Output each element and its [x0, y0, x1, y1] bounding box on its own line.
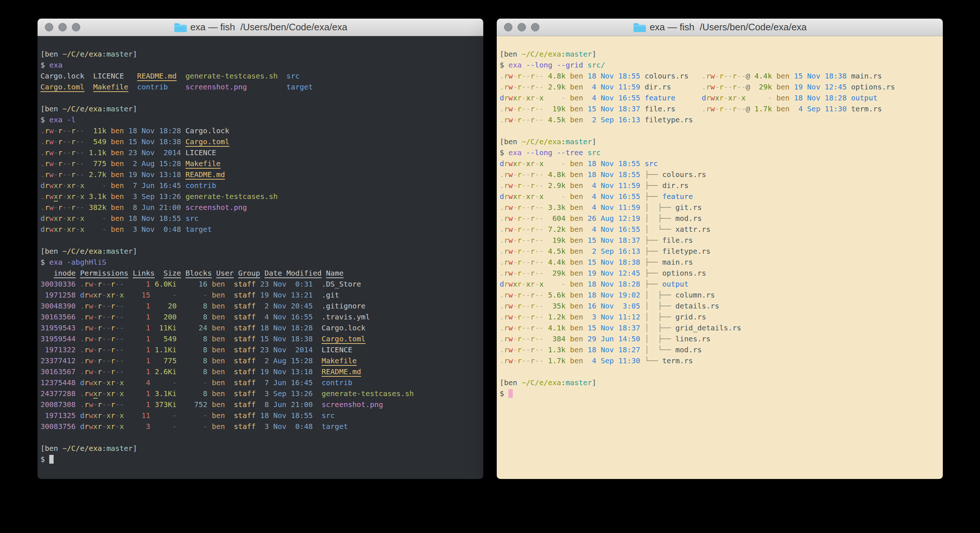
terminal-line: inode Permissions Links Size Blocks User… [40, 268, 483, 279]
terminal-line [40, 432, 483, 443]
terminal-line: [ben ~/C/e/exa:master] [500, 136, 943, 147]
terminal-line: .rw-r--r-- 2.7k ben 19 Nov 13:18 README.… [40, 169, 483, 180]
terminal-line [40, 235, 483, 246]
terminal-line: .rw-r--r-- 29k ben 19 Nov 12:45 ├── opti… [500, 268, 943, 279]
terminal-line: .rw-r--r-- 604 ben 26 Aug 12:19 │ ├── mo… [500, 213, 943, 224]
terminal-line: .rw-r--r-- 549 ben 15 Nov 18:38 Cargo.to… [40, 136, 483, 147]
window-title-text: exa — fish /Users/ben/Code/exa/exa [190, 22, 348, 33]
terminal-line: drwxr-xr-x - ben 18 Nov 18:55 src [500, 158, 943, 169]
terminal-line: 24377288 .rwxr-xr-x 1 3.1Ki 8 ben staff … [40, 388, 483, 399]
terminal-line: 23377412 .rw-r--r-- 1 775 8 ben staff 2 … [40, 355, 483, 366]
window-controls [45, 19, 80, 36]
terminal-line: $ exa -abghHliS [40, 257, 483, 268]
terminal-line: .rw-r--r-- 19k ben 15 Nov 18:37 file.rs … [500, 103, 943, 114]
terminal-line [500, 366, 943, 377]
zoom-button[interactable] [72, 23, 80, 31]
terminal-line: 31959544 .rw-r--r-- 1 549 8 ben staff 15… [40, 333, 483, 344]
terminal-line [500, 125, 943, 136]
terminal-line: .rw-r--r-- 19k ben 15 Nov 18:37 ├── file… [500, 235, 943, 246]
terminal-line: $ exa -l [40, 114, 483, 125]
terminal-line: .rw-r--r-- 4.1k ben 15 Nov 18:37 │ ├── g… [500, 322, 943, 333]
terminal-line: .rw-r--r-- 2.9k ben 4 Nov 11:59 ├── dir.… [500, 180, 943, 191]
terminal-window-right: exa — fish /Users/ben/Code/exa/exa [ben … [497, 19, 943, 479]
terminal-line: drwxr-xr-x - ben 4 Nov 16:55 ├── feature [500, 191, 943, 202]
terminal-line: 30030336 .rw-r--r-- 1 6.0Ki 16 ben staff… [40, 279, 483, 289]
terminal-line: .rw-r--r-- 4.8k ben 18 Nov 18:55 colours… [500, 70, 943, 81]
terminal-line: .rw-r--r-- 35k ben 16 Nov 3:05 │ ├── det… [500, 300, 943, 311]
terminal-line: $ [500, 388, 943, 399]
terminal-line: [ben ~/C/e/exa:master] [500, 377, 943, 388]
terminal-line: drwxr-xr-x - ben 3 Nov 0:48 target [40, 224, 483, 235]
terminal-line: .rw-r--r-- 7.2k ben 4 Nov 16:55 │ └── xa… [500, 224, 943, 235]
folder-icon [173, 22, 187, 33]
terminal-line: .rw-r--r-- 11k ben 18 Nov 18:28 Cargo.lo… [40, 125, 483, 136]
window-title: exa — fish /Users/ben/Code/exa/exa [633, 22, 807, 33]
terminal-line: drwxr-xr-x - ben 4 Nov 16:55 feature drw… [500, 93, 943, 103]
terminal-line: [ben ~/C/e/exa:master] [500, 49, 943, 59]
terminal-line: .rw-r--r-- 4.5k ben 2 Sep 16:13 ├── file… [500, 246, 943, 257]
terminal-line: .rw-r--r-- 4.5k ben 2 Sep 16:13 filetype… [500, 114, 943, 125]
terminal-line: 1971258 drwxr-xr-x 15 - - ben staff 19 N… [40, 289, 483, 300]
zoom-button[interactable] [531, 23, 539, 31]
minimize-button[interactable] [517, 23, 526, 31]
minimize-button[interactable] [58, 23, 67, 31]
terminal-line: 30163566 .rw-r--r-- 1 200 8 ben staff 4 … [40, 311, 483, 322]
terminal-line: .rw-r--r-- 2.9k ben 4 Nov 11:59 dir.rs .… [500, 81, 943, 93]
desktop-background: { "palettes": { "dark": { "fg":"#c8ccce"… [0, 0, 980, 533]
terminal-cursor [508, 389, 513, 398]
terminal-line [40, 93, 483, 103]
terminal-line: $ exa [40, 59, 483, 70]
terminal-line: 30083756 drwxr-xr-x 3 - - ben staff 3 No… [40, 421, 483, 432]
titlebar[interactable]: exa — fish /Users/ben/Code/exa/exa [497, 19, 943, 36]
terminal-line: drwxr-xr-x - ben 18 Nov 18:55 src [40, 213, 483, 224]
terminal-line: drwxr-xr-x - ben 18 Nov 18:28 ├── output [500, 279, 943, 289]
terminal-cursor [49, 455, 54, 464]
close-button[interactable] [45, 23, 53, 31]
terminal-line: .rw-r--r-- 775 ben 2 Aug 15:28 Makefile [40, 158, 483, 169]
terminal-line: drwxr-xr-x - ben 7 Jun 16:45 contrib [40, 180, 483, 191]
terminal-line: 20087308 .rw-r--r-- 1 373Ki 752 ben staf… [40, 399, 483, 410]
terminal-line: 30048390 .rw-r--r-- 1 20 8 ben staff 2 N… [40, 300, 483, 311]
terminal-line: .rw-r--r-- 1.3k ben 18 Nov 18:27 │ └── m… [500, 344, 943, 355]
terminal-line: .rw-r--r-- 384 ben 29 Jun 14:50 │ ├── li… [500, 333, 943, 344]
terminal-line: .rw-r--r-- 4.4k ben 15 Nov 18:38 ├── mai… [500, 257, 943, 268]
terminal-line: $ exa --long --tree src [500, 147, 943, 158]
terminal-line: [ben ~/C/e/exa:master] [40, 103, 483, 114]
terminal-window-left: exa — fish /Users/ben/Code/exa/exa [ben … [38, 19, 483, 479]
terminal-line: .rw-r--r-- 1.7k ben 4 Sep 11:30 └── term… [500, 355, 943, 366]
terminal-screen[interactable]: [ben ~/C/e/exa:master]$ exa --long --gri… [497, 36, 943, 479]
terminal-line: 1971322 .rw-r--r-- 1 1.1Ki 8 ben staff 2… [40, 344, 483, 355]
terminal-line: $ [40, 454, 483, 465]
terminal-line: .rw-r--r-- 1.2k ben 3 Nov 11:12 │ ├── gr… [500, 311, 943, 322]
window-title: exa — fish /Users/ben/Code/exa/exa [173, 22, 348, 33]
terminal-line: .rw-r--r-- 382k ben 8 Jun 21:00 screensh… [40, 202, 483, 213]
terminal-line: $ exa --long --grid src/ [500, 59, 943, 70]
folder-icon [633, 22, 646, 33]
terminal-line: 30163567 .rw-r--r-- 1 2.6Ki 8 ben staff … [40, 366, 483, 377]
terminal-screen[interactable]: [ben ~/C/e/exa:master]$ exaCargo.lock LI… [38, 36, 483, 479]
terminal-line: 1971325 drwxr-xr-x 11 - - ben staff 18 N… [40, 410, 483, 421]
terminal-line: 31959543 .rw-r--r-- 1 11Ki 24 ben staff … [40, 322, 483, 333]
window-controls [504, 19, 539, 36]
terminal-line: 12375448 drwxr-xr-x 4 - - ben staff 7 Ju… [40, 377, 483, 388]
terminal-line: [ben ~/C/e/exa:master] [40, 246, 483, 257]
window-title-text: exa — fish /Users/ben/Code/exa/exa [649, 22, 807, 33]
terminal-line: .rwxr-xr-x 3.1k ben 3 Sep 13:26 generate… [40, 191, 483, 202]
terminal-line: .rw-r--r-- 4.8k ben 18 Nov 18:55 ├── col… [500, 169, 943, 180]
terminal-line: [ben ~/C/e/exa:master] [40, 443, 483, 454]
terminal-line: Cargo.lock LICENCE README.md generate-te… [40, 70, 483, 81]
terminal-line: .rw-r--r-- 1.1k ben 23 Nov 2014 LICENCE [40, 147, 483, 158]
terminal-line: [ben ~/C/e/exa:master] [40, 49, 483, 59]
close-button[interactable] [504, 23, 512, 31]
terminal-line: .rw-r--r-- 3.3k ben 4 Nov 11:59 │ ├── gi… [500, 202, 943, 213]
titlebar[interactable]: exa — fish /Users/ben/Code/exa/exa [38, 19, 483, 36]
terminal-line: .rw-r--r-- 5.6k ben 18 Nov 19:02 │ ├── c… [500, 289, 943, 300]
terminal-line: Cargo.toml Makefile contrib screenshot.p… [40, 81, 483, 93]
